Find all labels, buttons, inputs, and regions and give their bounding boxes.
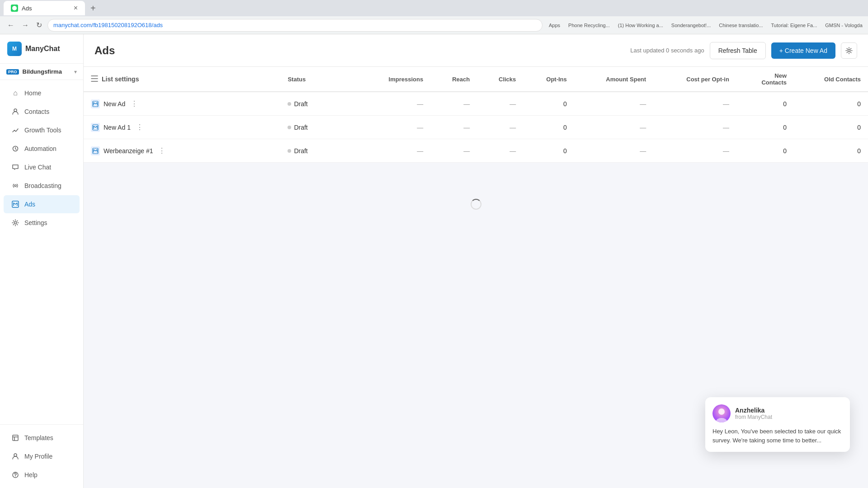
row1-name-cell: New Ad ⋮ [84,92,280,116]
bookmark-6[interactable]: GMSN - Vologda... [822,22,863,29]
contacts-icon [11,107,20,116]
row3-clicks: — [477,139,523,163]
sidebar-item-automation[interactable]: Automation [4,140,80,158]
sidebar-item-growth-tools[interactable]: Growth Tools [4,121,80,139]
row1-status-cell: Draft [280,92,359,116]
sidebar-item-help[interactable]: Help [4,466,80,484]
ad-row-icon [91,146,100,155]
sidebar-item-live-chat[interactable]: Live Chat [4,158,80,176]
last-updated-text: Last updated 0 seconds ago [630,47,704,54]
loading-spinner [471,199,481,210]
workspace-selector[interactable]: PRO Bildungsfirma ▾ [0,64,83,80]
profile-icon [11,452,20,461]
bookmark-1[interactable]: Phone Recycling... [566,22,613,29]
ads-icon [11,200,20,209]
table-row: Werbeanzeige #1 ⋮ Draft — — — [84,139,868,163]
svg-point-9 [848,49,850,52]
brand-header: M ManyChat [0,34,83,64]
sidebar-item-templates[interactable]: Templates [4,429,80,447]
row1-menu-button[interactable]: ⋮ [129,98,140,110]
table-body: New Ad ⋮ Draft — — — [84,92,868,163]
templates-icon [11,433,20,442]
th-optins: Opt-Ins [523,67,574,92]
svg-point-1 [14,109,17,112]
tab-title: Ads [22,5,32,12]
th-list-settings-label: List settings [102,75,139,83]
sidebar-item-my-profile[interactable]: My Profile [4,447,80,465]
sidebar-item-broadcasting[interactable]: Broadcasting [4,177,80,195]
svg-rect-5 [13,435,18,441]
bookmark-apps[interactable]: Apps [546,22,563,29]
row2-amount-spent: — [574,116,653,139]
sidebar-item-ads[interactable]: Ads [4,195,80,213]
list-settings-icon [91,75,98,83]
page-header: Ads Last updated 0 seconds ago Refresh T… [84,34,868,67]
row3-status-cell: Draft [280,139,359,163]
chat-avatar [712,404,731,422]
back-button[interactable]: ← [5,19,16,31]
pro-badge: PRO [6,69,19,75]
broadcasting-icon [11,181,20,190]
bookmark-4[interactable]: Chinese translatio... [716,22,765,29]
page-settings-button[interactable] [841,42,857,59]
sidebar-item-contacts[interactable]: Contacts [4,103,80,121]
ad-row-icon [91,99,100,108]
row3-old-contacts: 0 [794,139,868,163]
row2-optins: 0 [523,116,574,139]
row2-status-dot [288,126,291,129]
row1-name[interactable]: New Ad [104,100,125,108]
th-status: Status [280,67,359,92]
sidebar-item-label-automation: Automation [24,145,57,152]
th-old-contacts: Old Contacts [794,67,868,92]
sidebar-item-label-templates: Templates [24,434,53,441]
row3-status-dot [288,149,291,153]
sidebar-item-label-ads: Ads [24,201,35,208]
row3-menu-button[interactable]: ⋮ [156,145,167,157]
sidebar-item-label-broadcasting: Broadcasting [24,182,61,189]
tab-bar: Ads × + [0,0,868,16]
active-tab[interactable]: Ads × [4,1,85,15]
workspace-name: Bildungsfirma [23,68,71,75]
svg-point-0 [12,6,17,10]
row2-status: Draft [294,124,307,131]
bookmark-5[interactable]: Tutorial: Eigene Fa... [769,22,820,29]
bookmark-3[interactable]: Sonderangebot!... [669,22,713,29]
url-input[interactable]: manychat.com/fb198150208192O618/ads [47,19,542,32]
svg-point-14 [718,408,725,415]
sidebar-item-label-my-profile: My Profile [24,453,52,460]
row1-status-dot [288,102,291,106]
ads-table: List settings Status Impressions Reach C… [84,67,868,163]
row3-name[interactable]: Werbeanzeige #1 [104,147,153,155]
workspace-dropdown-arrow: ▾ [74,69,77,75]
row1-reach: — [430,92,477,116]
row2-name[interactable]: New Ad 1 [104,124,131,131]
brand-logo: M [7,42,22,56]
sidebar-item-home[interactable]: ⌂ Home [4,84,80,102]
row3-new-contacts: 0 [736,139,794,163]
sidebar-item-settings[interactable]: Settings [4,214,80,232]
settings-nav-icon [11,218,20,227]
refresh-table-button[interactable]: Refresh Table [710,42,766,59]
th-clicks: Clicks [477,67,523,92]
th-reach: Reach [430,67,477,92]
chat-widget[interactable]: Anzhelika from ManyChat Hey Leon, You've… [705,397,850,452]
row1-amount-spent: — [574,92,653,116]
tab-close-button[interactable]: × [74,4,78,12]
row3-status: Draft [294,147,307,155]
row1-cost-per-optin: — [653,92,736,116]
brand-name: ManyChat [25,45,60,53]
th-cost-per-optin: Cost per Opt-in [653,67,736,92]
row2-impressions: — [359,116,431,139]
refresh-button[interactable]: ↻ [34,19,44,31]
create-new-ad-button[interactable]: + Create New Ad [771,42,835,59]
row3-reach: — [430,139,477,163]
row1-optins: 0 [523,92,574,116]
header-actions: Last updated 0 seconds ago Refresh Table… [630,42,857,59]
sidebar-nav: ⌂ Home Contacts Growth Tools Automation [0,80,83,424]
row2-clicks: — [477,116,523,139]
forward-button[interactable]: → [20,19,31,31]
row2-new-contacts: 0 [736,116,794,139]
bookmark-2[interactable]: (1) How Working a... [615,22,666,29]
row2-menu-button[interactable]: ⋮ [134,121,145,133]
new-tab-button[interactable]: + [87,3,99,14]
